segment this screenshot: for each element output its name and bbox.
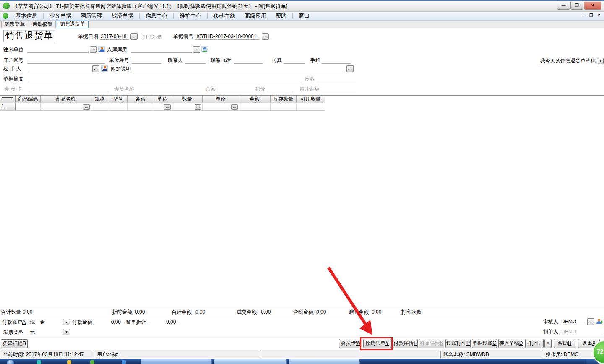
menu-item-maintenance-center[interactable]: 维护中心	[175, 12, 206, 20]
note-more-button[interactable]: …	[346, 65, 354, 72]
contact-input[interactable]	[185, 57, 206, 64]
auditor-add-person-icon[interactable]	[596, 318, 603, 325]
doc-date-picker-button[interactable]: …	[130, 33, 138, 40]
menu-item-basic-info[interactable]: 基本信息	[11, 12, 42, 20]
close-button[interactable]: ✕	[584, 2, 601, 10]
tab-startup-alert[interactable]: 启动报警	[29, 21, 56, 28]
whole-discount-label: 整单折让	[126, 319, 146, 325]
tab-graphic-menu[interactable]: 图形菜单	[1, 21, 28, 28]
auditor-lookup-button[interactable]: …	[587, 318, 594, 325]
grid-col-product-name[interactable]: 商品名称	[41, 96, 91, 103]
taskbar-icon[interactable]	[122, 360, 126, 364]
note-input[interactable]	[133, 65, 345, 72]
menu-item-window[interactable]: 窗口	[294, 12, 314, 20]
customer-person-icon[interactable]	[98, 46, 105, 52]
start-button[interactable]	[7, 360, 14, 364]
handler-person-icon[interactable]	[101, 65, 108, 72]
account-input[interactable]	[27, 57, 105, 64]
grid-col-available-qty[interactable]: 可用数量	[297, 96, 325, 103]
warehouse-input[interactable]	[131, 46, 192, 53]
grid-col-product-code[interactable]: 商品编码	[16, 96, 41, 103]
customer-input[interactable]	[27, 46, 89, 53]
menu-item-advanced-apps[interactable]: 高级应用	[240, 12, 271, 20]
help-button[interactable]: 帮助H	[554, 339, 575, 348]
grid-col-spec[interactable]: 规格	[91, 96, 109, 103]
grid-cell-available-qty[interactable]	[297, 103, 325, 111]
post-button[interactable]: 单据过账G	[472, 339, 497, 348]
mdi-close-button[interactable]: ✕	[597, 13, 601, 18]
receivable-label: 应收	[305, 75, 315, 82]
grid-cell-amount[interactable]	[239, 103, 271, 111]
menu-item-cash-docs[interactable]: 钱流单据	[107, 12, 138, 20]
invoice-type-dropdown-button[interactable]: ▼	[63, 329, 70, 335]
grid-col-stock-qty[interactable]: 库存数量	[271, 96, 297, 103]
menu-bar: 基本信息 业务单据 网店管理 钱流单据 信息中心 维护中心 移动在线 高级应用 …	[0, 12, 604, 21]
member-card-label: 会 员 卡	[4, 86, 22, 92]
menu-item-shop-manage[interactable]: 网店管理	[76, 12, 107, 20]
print-dropdown-button[interactable]: ▼	[544, 339, 552, 348]
tab-sales-return[interactable]: 销售退货单	[57, 21, 89, 28]
handler-input[interactable]	[27, 65, 91, 72]
barcode-scan-button[interactable]: 条码扫描B	[1, 339, 28, 348]
grid-cell-spec[interactable]	[91, 103, 109, 111]
grid-col-amount[interactable]: 金额	[239, 96, 271, 103]
print-button[interactable]: 打印	[525, 339, 544, 348]
original-sale-button[interactable]: 原销售单Y	[363, 339, 391, 348]
doc-time-input[interactable]: 11:12:45	[141, 33, 164, 40]
doc-date-value: 2017-03-18	[101, 33, 126, 40]
grid-col-quantity[interactable]: 数量	[172, 96, 203, 103]
post-print-button[interactable]: 过账打印P	[445, 339, 471, 348]
grid-col-unit-price[interactable]: 单价	[203, 96, 239, 103]
taskbar-icon[interactable]	[37, 360, 41, 364]
warehouse-lookup-button[interactable]: …	[193, 46, 200, 53]
member-card-button[interactable]: 会员卡W	[339, 339, 362, 348]
grid-cell-model[interactable]	[109, 103, 128, 111]
tax-no-input[interactable]	[132, 57, 161, 64]
handler-lookup-button[interactable]: …	[92, 65, 99, 72]
menu-separator	[173, 13, 174, 19]
menu-separator	[207, 13, 208, 19]
customer-lookup-button[interactable]: …	[90, 46, 97, 53]
mobile-input[interactable]	[322, 57, 351, 64]
warehouse-house-icon[interactable]	[201, 46, 208, 52]
account-label: 开户账号	[3, 57, 23, 64]
item-grid	[0, 95, 604, 307]
unit-price-lookup-button[interactable]: …	[231, 104, 238, 110]
menu-item-business-docs[interactable]: 业务单据	[45, 12, 76, 20]
draft-list-arrow-button[interactable]: ▼	[598, 58, 604, 64]
payment-detail-button[interactable]: 付款详情F	[393, 339, 418, 348]
grid-col-unit[interactable]: 单位	[153, 96, 172, 103]
taskbar-icon[interactable]	[90, 360, 94, 364]
mdi-minimize-button[interactable]: —	[581, 13, 585, 18]
taskbar-icon[interactable]	[67, 360, 71, 364]
minimize-button[interactable]: —	[557, 2, 570, 10]
fax-input[interactable]	[284, 57, 305, 64]
grid-cell-barcode[interactable]	[128, 103, 153, 111]
tel-label: 联系电话	[211, 57, 231, 64]
save-draft-button[interactable]: 存入草稿D	[498, 339, 523, 348]
taskbar-app-button[interactable]	[214, 359, 287, 364]
tel-input[interactable]	[234, 57, 263, 64]
balance-input	[217, 86, 252, 92]
taskbar-app-button[interactable]	[141, 359, 212, 364]
grid-col-barcode[interactable]: 条码	[128, 96, 153, 103]
points-label: 积分	[255, 86, 265, 92]
quantity-lookup-button[interactable]: …	[195, 104, 201, 110]
product-name-lookup-button[interactable]: …	[83, 104, 90, 110]
pre-discount-label: 折前金额	[112, 309, 132, 315]
grid-cell-product-code[interactable]	[16, 103, 41, 111]
menu-item-help[interactable]: 帮助	[271, 12, 291, 20]
restore-button[interactable]: ❐	[570, 2, 583, 10]
doc-no-label: 单据编号	[173, 33, 193, 40]
mdi-restore-button[interactable]: ❐	[589, 13, 593, 18]
doc-no-button[interactable]: …	[262, 33, 269, 40]
menu-item-mobile-online[interactable]: 移动在线	[209, 12, 240, 20]
grid-col-model[interactable]: 型号	[109, 96, 128, 103]
grid-cell-stock-qty[interactable]	[271, 103, 297, 111]
button-bar-divider	[0, 338, 604, 338]
unit-lookup-button[interactable]: …	[164, 104, 171, 110]
summary-input[interactable]	[27, 75, 299, 82]
pay-account-lookup-button[interactable]: …	[63, 319, 70, 325]
taskbar-app-button[interactable]	[289, 359, 360, 364]
menu-item-info-center[interactable]: 信息中心	[141, 12, 172, 20]
